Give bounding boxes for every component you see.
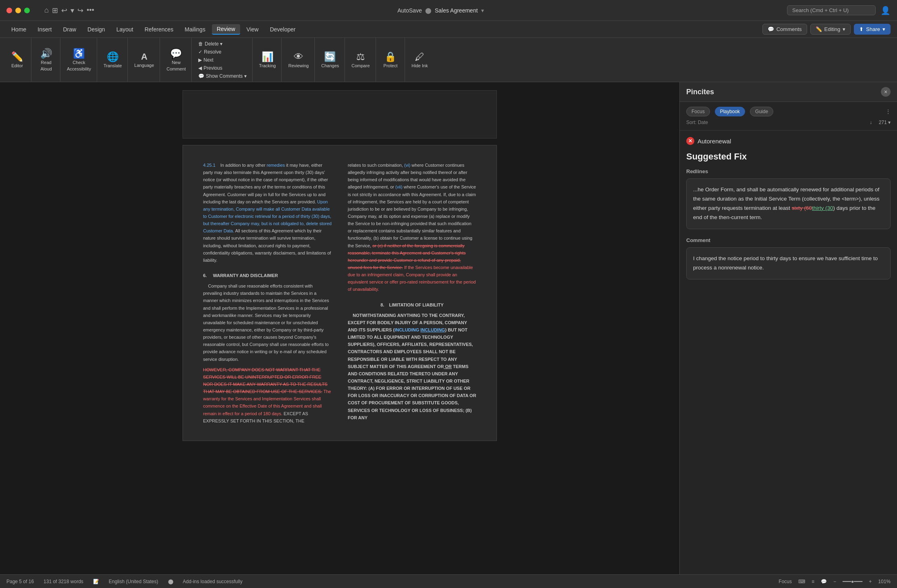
filter-tab-playbook[interactable]: Playbook bbox=[715, 107, 745, 116]
editing-chevron-icon: ▾ bbox=[843, 26, 845, 32]
document-page: 4.25.1 In addition to any other remedies… bbox=[183, 145, 497, 441]
ribbon-btn-editor[interactable]: ✏️ Editor bbox=[7, 50, 27, 70]
ribbon-btn-protect[interactable]: 🔒 Protect bbox=[380, 50, 401, 70]
menu-design[interactable]: Design bbox=[83, 25, 110, 34]
comment-view-icon[interactable]: 💬 bbox=[821, 579, 827, 584]
section-425-number: 4.25.1 bbox=[203, 163, 216, 168]
ribbon-group-translate: 🌐 Translate bbox=[98, 38, 128, 82]
main-area: 4.25.1 In addition to any other remedies… bbox=[0, 82, 897, 574]
focus-label[interactable]: Focus bbox=[779, 579, 792, 584]
issue-header: ✕ Autorenewal bbox=[686, 137, 891, 145]
tracking-icon: 📊 bbox=[262, 52, 274, 62]
sidebar-title: Pincites bbox=[686, 88, 714, 96]
ribbon-btn-changes[interactable]: 🔄 Changes bbox=[319, 50, 341, 70]
title-bar-center: AutoSave ⬤ Sales Agreement ▾ bbox=[99, 7, 782, 14]
maximize-traffic-light[interactable] bbox=[24, 8, 30, 13]
account-icon[interactable]: 👤 bbox=[880, 6, 891, 15]
sidebar: Pincites × Focus Playbook Guide ⋮ Sort: … bbox=[679, 82, 897, 574]
menu-references[interactable]: References bbox=[140, 25, 179, 34]
ribbon-btn-accessibility[interactable]: ♿ Check Accessibility bbox=[64, 47, 93, 73]
menu-developer[interactable]: Developer bbox=[265, 25, 301, 34]
autosave-toggle[interactable]: AutoSave bbox=[397, 7, 422, 14]
section-425: 4.25.1 In addition to any other remedies… bbox=[203, 161, 332, 264]
redlines-new-text: thirty (30 bbox=[812, 205, 833, 211]
ribbon-btn-read-aloud[interactable]: 🔊 Read Aloud bbox=[36, 47, 56, 73]
menu-bar-right: 💬 Comments ✏️ Editing ▾ ⬆ Share ▾ bbox=[762, 24, 891, 35]
translate-icon: 🌐 bbox=[107, 52, 119, 62]
zoom-out-icon[interactable]: − bbox=[833, 579, 836, 584]
redo-icon[interactable]: ↪ bbox=[77, 6, 83, 15]
ribbon-btn-resolve[interactable]: ✓ Resolve bbox=[196, 48, 224, 56]
ribbon-btn-new-comment[interactable]: 💬 New Comment bbox=[164, 47, 188, 73]
document-scroll[interactable]: 4.25.1 In addition to any other remedies… bbox=[0, 82, 679, 574]
ribbon-btn-hide-ink[interactable]: 🖊 Hide Ink bbox=[409, 50, 430, 70]
ribbon-btn-show-comments[interactable]: 💬 Show Comments ▾ bbox=[196, 72, 249, 80]
redlines-label: Redlines bbox=[686, 168, 891, 174]
section-6-continuation: HOWEVER, COMPANY DOES NOT WARRANT THAT T… bbox=[203, 366, 332, 424]
zoom-slider[interactable]: ━━━●━━━ bbox=[843, 579, 862, 584]
search-bar[interactable]: Search (Cmd + Ctrl + U) bbox=[787, 5, 876, 15]
proofing-icon: 📝 bbox=[93, 579, 99, 584]
status-bar: Page 5 of 16 131 of 3218 words 📝 English… bbox=[0, 574, 897, 588]
editor-icon: ✏️ bbox=[11, 52, 23, 62]
share-button[interactable]: ⬆ Share ▾ bbox=[854, 24, 891, 35]
filter-tab-focus[interactable]: Focus bbox=[686, 107, 710, 116]
menu-layout[interactable]: Layout bbox=[112, 25, 138, 34]
home-icon[interactable]: ⌂ bbox=[44, 6, 49, 14]
status-bar-right: Focus ⌨ ≡ 💬 − ━━━●━━━ + 101% bbox=[779, 579, 891, 584]
ribbon-btn-translate[interactable]: 🌐 Translate bbox=[101, 50, 124, 70]
language[interactable]: English (United States) bbox=[109, 579, 158, 584]
view-options-icon[interactable]: ≡ bbox=[812, 579, 814, 584]
menu-mailings[interactable]: Mailings bbox=[180, 25, 210, 34]
section-8-header: 8. LIMITATION OF LIABILITY bbox=[348, 301, 476, 308]
ribbon-btn-next[interactable]: ▶ Next bbox=[196, 56, 216, 64]
ribbon-btn-previous[interactable]: ◀ Previous bbox=[196, 64, 225, 72]
zoom-level[interactable]: 101% bbox=[878, 579, 891, 584]
editing-button[interactable]: ✏️ Editing ▾ bbox=[810, 24, 851, 35]
undo-icon[interactable]: ↩ bbox=[61, 6, 67, 15]
macros-icon[interactable]: ⌨ bbox=[798, 579, 805, 584]
changes-icon: 🔄 bbox=[324, 52, 336, 62]
menu-view[interactable]: View bbox=[242, 25, 264, 34]
status-dot: ⬤ bbox=[168, 579, 173, 584]
ribbon-btn-delete[interactable]: 🗑 Delete ▾ bbox=[196, 40, 225, 48]
undo-dropdown-icon[interactable]: ▾ bbox=[71, 6, 74, 15]
ribbon-group-editor: ✏️ Editor bbox=[3, 38, 31, 82]
sidebar-content[interactable]: ✕ Autorenewal Suggested Fix Redlines ...… bbox=[680, 130, 897, 574]
ribbon-btn-tracking[interactable]: 📊 Tracking bbox=[257, 50, 278, 70]
share-chevron-icon: ▾ bbox=[882, 26, 885, 32]
title-chevron-icon[interactable]: ▾ bbox=[481, 7, 484, 14]
comments-icon: 💬 bbox=[768, 26, 774, 32]
issue-icon: ✕ bbox=[686, 137, 694, 145]
grid-icon[interactable]: ⊞ bbox=[52, 6, 58, 15]
minimize-traffic-light[interactable] bbox=[15, 8, 21, 13]
filter-tab-guide[interactable]: Guide bbox=[750, 107, 773, 116]
filter-sort-label: Sort: Date bbox=[686, 120, 708, 125]
ribbon-btn-reviewing[interactable]: 👁 Reviewing bbox=[286, 50, 311, 70]
zoom-in-icon[interactable]: + bbox=[869, 579, 872, 584]
menu-home[interactable]: Home bbox=[6, 25, 31, 34]
ribbon-group-new-comment: 💬 New Comment bbox=[161, 38, 192, 82]
document-area: 4.25.1 In addition to any other remedies… bbox=[0, 82, 679, 574]
document-content: 4.25.1 In addition to any other remedies… bbox=[203, 161, 476, 424]
sidebar-header: Pincites × bbox=[680, 82, 897, 102]
autosave-icon: ⬤ bbox=[425, 7, 432, 14]
strikethrough-text-1: HOWEVER, COMPANY DOES NOT WARRANT THAT T… bbox=[203, 367, 328, 394]
more-tools-icon[interactable]: ••• bbox=[87, 6, 94, 14]
comment-text: I changed the notice period to thirty da… bbox=[693, 255, 878, 271]
ribbon-btn-compare[interactable]: ⚖ Compare bbox=[349, 50, 372, 70]
ribbon-group-tracking: 📊 Tracking bbox=[253, 38, 282, 82]
filter-sort-value[interactable]: ↓ 271 ▾ bbox=[870, 120, 891, 125]
close-traffic-light[interactable] bbox=[6, 8, 12, 13]
reviewing-icon: 👁 bbox=[294, 52, 303, 62]
traffic-lights bbox=[6, 8, 30, 13]
ribbon-btn-language[interactable]: A Language bbox=[132, 51, 156, 69]
menu-draw[interactable]: Draw bbox=[58, 25, 81, 34]
share-icon: ⬆ bbox=[859, 26, 864, 32]
comments-button[interactable]: 💬 Comments bbox=[762, 24, 807, 35]
suggested-fix-title: Suggested Fix bbox=[686, 151, 891, 162]
filter-sort-icon: ⋮ bbox=[886, 109, 891, 114]
menu-review[interactable]: Review bbox=[212, 24, 240, 35]
sidebar-close-button[interactable]: × bbox=[881, 87, 891, 97]
menu-insert[interactable]: Insert bbox=[33, 25, 56, 34]
